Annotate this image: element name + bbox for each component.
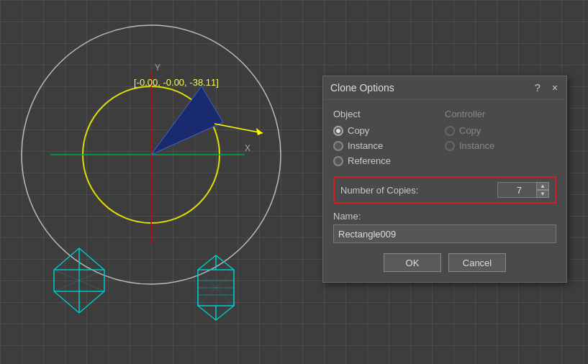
name-label: Name: (333, 211, 556, 222)
copies-section: Number of Copies: ▲ ▼ (333, 176, 556, 204)
titlebar-buttons: ? × (533, 82, 559, 94)
svg-marker-12 (79, 270, 104, 291)
dialog-title: Clone Options (330, 82, 394, 94)
svg-text:Y: Y (155, 63, 160, 73)
svg-marker-14 (79, 291, 104, 313)
clone-options-dialog: Clone Options ? × Object Copy (322, 76, 567, 283)
name-section: Name: (333, 211, 556, 243)
object-copy-radio-circle (333, 126, 343, 136)
scene-svg: X Y (0, 0, 324, 364)
gem2 (198, 255, 234, 320)
copies-input-wrap: ▲ ▼ (497, 182, 549, 198)
controller-radio-group: Copy Instance (445, 125, 556, 151)
object-copy-label: Copy (348, 125, 369, 136)
object-instance-radio-circle (333, 141, 343, 151)
svg-marker-8 (256, 128, 263, 135)
ok-button[interactable]: OK (384, 253, 441, 272)
svg-marker-13 (54, 270, 79, 291)
copies-input[interactable] (497, 182, 537, 198)
controller-copy-radio-circle (445, 126, 455, 136)
viewport: X Y (0, 0, 588, 364)
svg-marker-19 (216, 255, 234, 270)
gem1 (54, 248, 104, 313)
controller-instance-label: Instance (459, 140, 494, 151)
dialog-buttons: OK Cancel (333, 253, 556, 272)
controller-copy-radio: Copy (445, 125, 556, 136)
name-input[interactable] (333, 224, 556, 243)
spinner-buttons: ▲ ▼ (536, 182, 549, 198)
object-reference-radio-circle (333, 156, 343, 166)
svg-marker-15 (54, 291, 79, 313)
cancel-button[interactable]: Cancel (448, 253, 506, 272)
controller-column: Controller Copy Instance (445, 109, 556, 166)
dialog-body: Object Copy Instance Reference (323, 100, 566, 282)
svg-marker-10 (79, 248, 104, 270)
controller-copy-label: Copy (459, 125, 481, 136)
spinner-down-button[interactable]: ▼ (536, 190, 549, 198)
svg-text:X: X (245, 143, 250, 153)
controller-instance-radio: Instance (445, 140, 556, 151)
object-reference-label: Reference (348, 155, 391, 166)
close-button[interactable]: × (551, 82, 559, 94)
object-column: Object Copy Instance Reference (333, 109, 445, 166)
object-instance-label: Instance (348, 140, 383, 151)
object-reference-radio[interactable]: Reference (333, 155, 445, 166)
svg-marker-11 (54, 248, 79, 270)
coord-label: [-0.00, -0.00, -38.11] (134, 77, 219, 88)
help-button[interactable]: ? (533, 82, 542, 94)
dialog-titlebar: Clone Options ? × (323, 76, 566, 100)
object-column-label: Object (333, 109, 445, 119)
copies-label: Number of Copies: (340, 185, 418, 196)
options-columns: Object Copy Instance Reference (333, 109, 556, 166)
spinner-up-button[interactable]: ▲ (536, 182, 549, 190)
svg-line-7 (214, 124, 263, 133)
object-instance-radio[interactable]: Instance (333, 140, 445, 151)
controller-instance-radio-circle (445, 141, 455, 151)
svg-marker-25 (198, 306, 216, 320)
svg-marker-24 (216, 306, 234, 320)
object-radio-group: Copy Instance Reference (333, 125, 445, 166)
object-copy-radio[interactable]: Copy (333, 125, 445, 136)
controller-column-label: Controller (445, 109, 556, 119)
svg-marker-20 (198, 255, 216, 270)
